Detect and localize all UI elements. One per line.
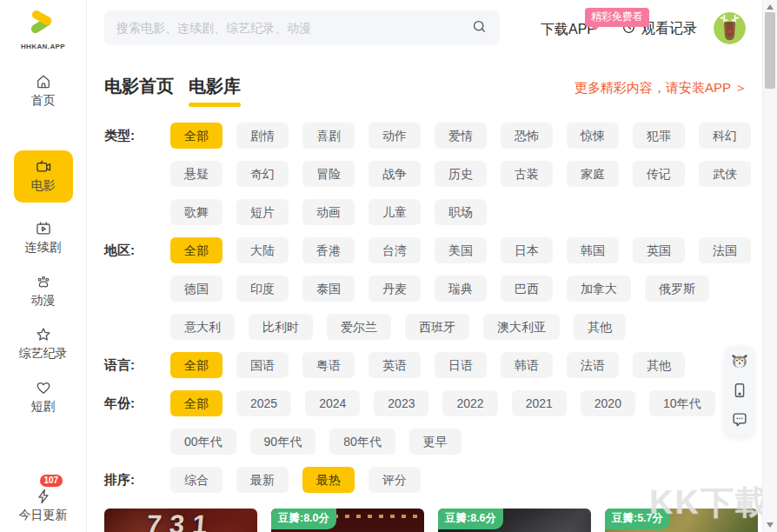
sidebar-item-movies[interactable]: 电影 (14, 150, 73, 203)
filter-chip[interactable]: 印度 (236, 276, 289, 302)
filter-chip[interactable]: 恐怖 (501, 123, 553, 149)
filter-chip[interactable]: 惊悚 (567, 123, 619, 149)
filter-chip[interactable]: 丹麦 (369, 276, 421, 302)
filter-chip[interactable]: 综合 (170, 467, 222, 493)
filter-chip[interactable]: 全部 (170, 352, 222, 378)
filter-chip[interactable]: 其他 (574, 314, 626, 340)
filter-chip[interactable]: 悬疑 (170, 161, 222, 187)
scrollbar-up-arrow-icon[interactable] (767, 4, 774, 10)
search-box[interactable] (104, 10, 500, 45)
page-scrollbar[interactable] (762, 0, 777, 532)
filter-chip[interactable]: 英国 (633, 237, 685, 263)
filter-chip[interactable]: 爱尔兰 (327, 314, 391, 340)
filter-chip[interactable]: 2025 (236, 390, 291, 416)
filter-chip[interactable]: 家庭 (567, 161, 619, 187)
filter-chip[interactable]: 奇幻 (236, 161, 289, 187)
movie-poster[interactable]: 豆瓣:8.6分 (438, 509, 591, 532)
filter-chip[interactable]: 粤语 (302, 352, 355, 378)
filter-chip[interactable]: 2021 (512, 390, 567, 416)
filter-chip[interactable]: 巴西 (501, 276, 553, 302)
filter-chip[interactable]: 爱情 (435, 123, 487, 149)
chip-row: 悬疑奇幻冒险战争历史古装家庭传记武侠 (170, 161, 765, 187)
filter-chip[interactable]: 2020 (581, 390, 635, 416)
scrollbar-thumb[interactable] (765, 12, 775, 89)
filter-chip[interactable]: 香港 (302, 237, 355, 263)
filter-chip[interactable]: 意大利 (170, 314, 235, 340)
filter-chip[interactable]: 国语 (236, 352, 289, 378)
filter-chip[interactable]: 评分 (369, 467, 421, 493)
filter-chip[interactable]: 全部 (170, 237, 222, 263)
filter-chip[interactable]: 日本 (501, 237, 553, 263)
sidebar-item-home[interactable]: 首页 (31, 73, 56, 109)
filter-chip[interactable]: 动作 (369, 123, 421, 149)
filter-chip[interactable]: 美国 (435, 237, 487, 263)
app-logo[interactable]: HHKAN.APP (21, 7, 65, 50)
chat-widget-icon[interactable] (730, 410, 749, 429)
filter-chip[interactable]: 法语 (567, 352, 619, 378)
filter-chip[interactable]: 韩国 (567, 237, 619, 263)
filter-chip[interactable]: 最新 (236, 467, 289, 493)
filter-chip[interactable]: 全部 (170, 390, 222, 416)
filter-chip[interactable]: 90年代 (250, 429, 316, 455)
movie-poster[interactable]: 豆瓣:5.7分 (605, 509, 758, 532)
sidebar-item-anime[interactable]: 动漫 (31, 273, 56, 309)
filter-chip[interactable]: 科幻 (699, 123, 751, 149)
search-icon[interactable] (471, 18, 488, 38)
filter-chip[interactable]: 冒险 (302, 161, 355, 187)
filter-chip[interactable]: 澳大利亚 (483, 314, 560, 340)
filter-chip[interactable]: 80年代 (329, 429, 395, 455)
tab-movie-home[interactable]: 电影首页 (104, 75, 174, 107)
filter-chip[interactable]: 加拿大 (567, 276, 631, 302)
search-input[interactable] (116, 21, 471, 35)
install-app-link[interactable]: 更多精彩内容，请安装APP ＞ (574, 80, 747, 96)
sidebar-item-label: 动漫 (31, 293, 56, 309)
filter-chip[interactable]: 西班牙 (405, 314, 469, 340)
filter-chip[interactable]: 战争 (369, 161, 421, 187)
movie-poster[interactable]: 豆瓣:8.0分 (271, 509, 424, 532)
filter-chip[interactable]: 00年代 (170, 429, 236, 455)
filter-chip[interactable]: 儿童 (369, 199, 421, 225)
filter-chip[interactable]: 德国 (170, 276, 222, 302)
filter-chip[interactable]: 英语 (369, 352, 421, 378)
filter-chip[interactable]: 职场 (435, 199, 487, 225)
sidebar-item-shorts[interactable]: 短剧 (31, 379, 56, 415)
filter-chip[interactable]: 法国 (699, 237, 751, 263)
filter-chip[interactable]: 歌舞 (170, 199, 222, 225)
sidebar-item-series[interactable]: 连续剧 (25, 220, 62, 256)
filter-chip[interactable]: 更早 (409, 429, 462, 455)
filter-chip[interactable]: 比利时 (249, 314, 313, 340)
sidebar-item-variety[interactable]: 综艺纪录 (19, 326, 68, 362)
filter-chip[interactable]: 俄罗斯 (645, 276, 709, 302)
filter-chip[interactable]: 10年代 (649, 390, 715, 416)
filter-chip[interactable]: 其他 (633, 352, 685, 378)
filter-chip[interactable]: 2024 (305, 390, 360, 416)
filter-chip[interactable]: 古装 (501, 161, 553, 187)
filter-chip[interactable]: 大陆 (236, 237, 289, 263)
filter-chip[interactable]: 全部 (170, 123, 222, 149)
filter-chip[interactable]: 瑞典 (435, 276, 487, 302)
filter-chip[interactable]: 剧情 (236, 123, 289, 149)
filter-chip[interactable]: 短片 (236, 199, 289, 225)
filter-chip[interactable]: 传记 (633, 161, 685, 187)
scrollbar-down-arrow-icon[interactable] (767, 522, 774, 528)
filter-chip[interactable]: 日语 (435, 352, 487, 378)
filter-chip[interactable]: 武侠 (699, 161, 751, 187)
filter-chip[interactable]: 韩语 (501, 352, 553, 378)
home-icon (35, 73, 52, 90)
filter-chip[interactable]: 最热 (302, 467, 355, 493)
filter-chip[interactable]: 2023 (374, 390, 428, 416)
filter-chip[interactable]: 喜剧 (302, 123, 355, 149)
filter-chip[interactable]: 台湾 (369, 237, 421, 263)
filter-chip[interactable]: 泰国 (302, 276, 355, 302)
sidebar-item-today-update[interactable]: 107今日更新 (19, 488, 68, 523)
tab-movie-library[interactable]: 电影库 (189, 75, 241, 107)
phone-widget-icon[interactable] (730, 381, 749, 400)
filter-chip[interactable]: 历史 (435, 161, 487, 187)
filter-chip[interactable]: 动画 (302, 199, 355, 225)
filter-label-year: 年份: (104, 390, 170, 467)
filter-chip[interactable]: 犯罪 (633, 123, 685, 149)
avatar[interactable] (714, 12, 746, 44)
movie-poster[interactable]: 731 (104, 509, 257, 532)
filter-chip[interactable]: 2022 (442, 390, 497, 416)
mascot-widget[interactable] (730, 351, 749, 370)
